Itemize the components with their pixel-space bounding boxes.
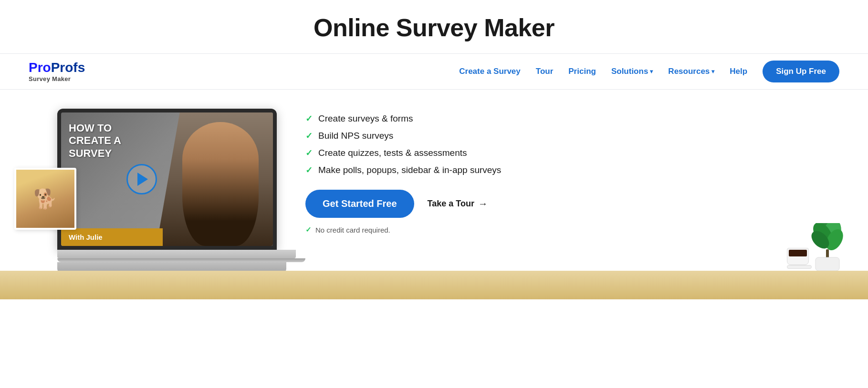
- logo-subtitle: Survey Maker: [29, 75, 71, 82]
- hero-content: ✓ Create surveys & forms ✓ Build NPS sur…: [277, 104, 839, 234]
- laptop-hinge: [57, 258, 305, 262]
- laptop-screen-outer: HOW TO CREATE A SURVEY With Julie: [57, 109, 277, 250]
- nav-tour[interactable]: Tour: [536, 67, 554, 76]
- nav-pricing[interactable]: Pricing: [568, 67, 596, 76]
- feature-list: ✓ Create surveys & forms ✓ Build NPS sur…: [305, 113, 839, 175]
- check-icon-3: ✓: [305, 148, 313, 158]
- logo[interactable]: ProProfs Survey Maker: [29, 61, 85, 82]
- check-icon-4: ✓: [305, 165, 313, 175]
- desk-surface: [0, 271, 868, 299]
- nav-links: Create a Survey Tour Pricing Solutions ▾…: [459, 61, 839, 82]
- take-a-tour-link[interactable]: Take a Tour →: [428, 198, 488, 209]
- laptop-base: [57, 250, 296, 258]
- nav-resources[interactable]: Resources ▾: [668, 67, 714, 76]
- feature-item-1: ✓ Create surveys & forms: [305, 113, 839, 124]
- nav-solutions[interactable]: Solutions ▾: [611, 67, 653, 76]
- feature-item-3: ✓ Create quizzes, tests & assessments: [305, 148, 839, 158]
- laptop-container: 🐕 HOW TO CREATE A SURVEY: [29, 104, 277, 273]
- plant-svg: [806, 223, 849, 271]
- video-woman-figure: [182, 122, 259, 246]
- get-started-button[interactable]: Get Started Free: [305, 190, 414, 218]
- chevron-down-icon: ▾: [650, 68, 653, 75]
- logo-pro: Pro: [29, 60, 51, 75]
- cup-body: [787, 248, 809, 265]
- nav-help[interactable]: Help: [730, 67, 747, 76]
- chevron-down-icon: ▾: [711, 68, 714, 75]
- navbar: ProProfs Survey Maker Create a Survey To…: [0, 54, 868, 90]
- nav-create-survey[interactable]: Create a Survey: [459, 67, 521, 76]
- arrow-right-icon: →: [478, 198, 488, 209]
- check-icon-1: ✓: [305, 113, 313, 124]
- video-title: HOW TO CREATE A SURVEY: [69, 122, 121, 160]
- plant-decoration: [806, 223, 849, 271]
- svg-rect-6: [816, 257, 839, 271]
- cta-area: Get Started Free Take a Tour →: [305, 190, 839, 218]
- feature-item-4: ✓ Make polls, popups, sidebar & in-app s…: [305, 165, 839, 175]
- page-main-title: Online Survey Maker: [0, 13, 868, 42]
- video-with-label: With Julie: [61, 228, 163, 246]
- play-triangle-icon: [137, 173, 148, 186]
- no-credit-card-notice: ✓ No credit card required.: [305, 225, 839, 234]
- check-icon-2: ✓: [305, 131, 313, 141]
- hero-section: 🐕 HOW TO CREATE A SURVEY: [0, 90, 868, 299]
- top-title-bar: Online Survey Maker: [0, 0, 868, 54]
- laptop-screen: HOW TO CREATE A SURVEY With Julie: [61, 112, 273, 246]
- feature-item-2: ✓ Build NPS surveys: [305, 131, 839, 141]
- check-small-icon: ✓: [305, 225, 312, 234]
- logo-profs: Profs: [51, 60, 85, 75]
- dog-photo-frame: 🐕: [14, 168, 76, 230]
- signup-button[interactable]: Sign Up Free: [763, 61, 839, 82]
- play-button-container[interactable]: [126, 164, 157, 194]
- cup-handle: [808, 252, 809, 260]
- dog-image: 🐕: [16, 170, 74, 228]
- coffee-cup: [787, 248, 811, 269]
- play-button[interactable]: [126, 164, 157, 194]
- coffee-liquid: [789, 250, 807, 256]
- laptop-wrapper: HOW TO CREATE A SURVEY With Julie: [57, 109, 277, 273]
- video-thumbnail[interactable]: HOW TO CREATE A SURVEY With Julie: [61, 112, 273, 246]
- cup-saucer: [787, 265, 812, 269]
- logo-text: ProProfs: [29, 61, 85, 74]
